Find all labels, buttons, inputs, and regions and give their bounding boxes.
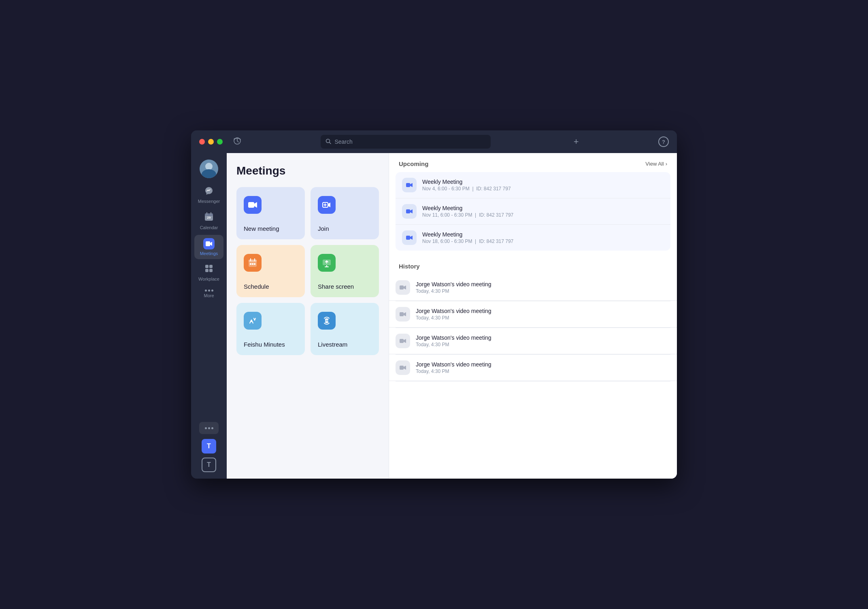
svg-rect-19 (249, 260, 257, 262)
upcoming-meeting-name-3: Weekly Meeting (422, 231, 664, 238)
video-camera-icon-2 (406, 208, 413, 215)
maximize-button[interactable] (217, 139, 223, 145)
svg-rect-14 (248, 202, 254, 208)
chevron-right-icon: › (666, 161, 667, 167)
meetings-icon (203, 238, 215, 249)
upcoming-meeting-row-2[interactable]: Weekly Meeting Nov 11, 6:00 - 6:30 PM | … (396, 198, 670, 225)
main-layout: Messenger 29 Calendar (191, 153, 677, 479)
svg-rect-31 (406, 209, 410, 213)
workplace-icon (204, 264, 213, 275)
history-meeting-name-1: Jorge Watson's video meeting (416, 281, 670, 287)
titlebar: Search + ? (191, 130, 677, 153)
sidebar-item-meetings-label: Meetings (200, 251, 218, 256)
new-meeting-card[interactable]: New meeting (236, 187, 305, 239)
svg-rect-33 (400, 285, 404, 290)
history-thumb-2 (396, 307, 410, 322)
help-button[interactable]: ? (658, 136, 669, 147)
close-button[interactable] (199, 139, 205, 145)
feishu-minutes-icon (244, 312, 262, 330)
calendar-icon: 29 (204, 212, 214, 224)
history-meeting-name-2: Jorge Watson's video meeting (416, 308, 670, 314)
livestream-card[interactable]: LIVE Livestream (311, 303, 379, 355)
schedule-label: Schedule (244, 283, 269, 290)
sidebar-item-calendar-label: Calendar (200, 225, 218, 230)
upcoming-meeting-row-3[interactable]: Weekly Meeting Nov 18, 6:00 - 6:30 PM | … (396, 225, 670, 251)
sidebar-item-messenger[interactable]: Messenger (194, 183, 223, 207)
svg-text:29: 29 (207, 216, 211, 219)
more-icon (205, 290, 213, 292)
sidebar-item-calendar[interactable]: 29 Calendar (194, 209, 223, 233)
history-thumb-1 (396, 280, 410, 295)
messenger-icon (204, 186, 213, 197)
sidebar-item-workplace[interactable]: Workplace (194, 261, 223, 285)
svg-rect-34 (400, 312, 404, 316)
sidebar-item-more[interactable]: More (194, 286, 223, 301)
join-card[interactable]: Join (311, 187, 379, 239)
history-meeting-info-1: Jorge Watson's video meeting Today, 4:30… (416, 281, 670, 294)
history-meeting-info-2: Jorge Watson's video meeting Today, 4:30… (416, 308, 670, 321)
livestream-label: Livestream (318, 341, 347, 348)
history-meeting-time-1: Today, 4:30 PM (416, 288, 670, 294)
new-meeting-icon (244, 196, 262, 214)
history-meeting-info-4: Jorge Watson's video meeting Today, 4:30… (416, 361, 670, 374)
svg-rect-22 (250, 263, 251, 265)
svg-rect-10 (205, 265, 208, 268)
svg-line-3 (330, 142, 331, 144)
upcoming-meeting-meta-1: Nov 4, 6:00 - 6:30 PM | ID: 842 317 797 (422, 186, 664, 192)
schedule-card[interactable]: Schedule (236, 245, 305, 297)
upcoming-meeting-info-3: Weekly Meeting Nov 18, 6:00 - 6:30 PM | … (422, 231, 664, 244)
history-meeting-info-3: Jorge Watson's video meeting Today, 4:30… (416, 334, 670, 347)
history-meeting-row-4[interactable]: Jorge Watson's video meeting Today, 4:30… (389, 355, 677, 381)
sidebar-item-more-label: More (204, 293, 214, 298)
sidebar-t-filled[interactable]: T (202, 439, 216, 454)
history-header: History (389, 256, 677, 275)
history-video-icon-3 (399, 337, 406, 345)
svg-rect-11 (209, 265, 213, 268)
svg-rect-35 (400, 339, 404, 343)
sidebar: Messenger 29 Calendar (191, 153, 227, 479)
traffic-lights (199, 139, 223, 145)
video-camera-icon (406, 181, 413, 189)
sidebar-more-dots[interactable] (199, 422, 219, 434)
avatar[interactable] (200, 160, 218, 178)
upcoming-thumb-2 (402, 204, 417, 219)
new-meeting-label: New meeting (244, 225, 279, 232)
history-video-icon-4 (399, 364, 406, 371)
video-camera-icon-3 (406, 234, 413, 241)
sidebar-t-outline[interactable]: T (202, 458, 216, 472)
history-meeting-time-2: Today, 4:30 PM (416, 315, 670, 321)
history-thumb-4 (396, 360, 410, 375)
search-bar[interactable]: Search (321, 135, 491, 149)
svg-text:LIVE: LIVE (324, 319, 329, 322)
history-list: Jorge Watson's video meeting Today, 4:30… (389, 275, 677, 479)
add-button[interactable]: + (574, 136, 579, 147)
history-video-icon-1 (399, 284, 406, 291)
sidebar-item-workplace-label: Workplace (198, 277, 219, 281)
svg-rect-24 (254, 263, 255, 265)
svg-rect-13 (209, 269, 213, 272)
upcoming-thumb-3 (402, 230, 417, 245)
share-screen-card[interactable]: Share screen (311, 245, 379, 297)
search-placeholder: Search (334, 138, 352, 145)
upcoming-title: Upcoming (399, 160, 428, 167)
upcoming-meeting-info-2: Weekly Meeting Nov 11, 6:00 - 6:30 PM | … (422, 205, 664, 218)
sidebar-item-meetings[interactable]: Meetings (194, 235, 223, 259)
history-icon[interactable] (233, 137, 241, 147)
upcoming-header: Upcoming View All › (389, 153, 677, 172)
history-meeting-time-4: Today, 4:30 PM (416, 368, 670, 374)
history-meeting-row-2[interactable]: Jorge Watson's video meeting Today, 4:30… (389, 301, 677, 328)
minimize-button[interactable] (208, 139, 214, 145)
svg-rect-36 (400, 366, 404, 370)
svg-rect-12 (205, 269, 208, 272)
search-icon (326, 138, 331, 145)
livestream-icon: LIVE (318, 312, 336, 330)
join-icon (318, 196, 336, 214)
view-all-button[interactable]: View All › (645, 161, 667, 167)
upcoming-meeting-row[interactable]: Weekly Meeting Nov 4, 6:00 - 6:30 PM | I… (396, 172, 670, 198)
history-meeting-time-3: Today, 4:30 PM (416, 342, 670, 347)
join-label: Join (318, 225, 329, 232)
history-meeting-row-1[interactable]: Jorge Watson's video meeting Today, 4:30… (389, 275, 677, 301)
meeting-grid: New meeting Join (236, 187, 379, 355)
history-meeting-row-3[interactable]: Jorge Watson's video meeting Today, 4:30… (389, 328, 677, 354)
feishu-minutes-card[interactable]: Feishu Minutes (236, 303, 305, 355)
